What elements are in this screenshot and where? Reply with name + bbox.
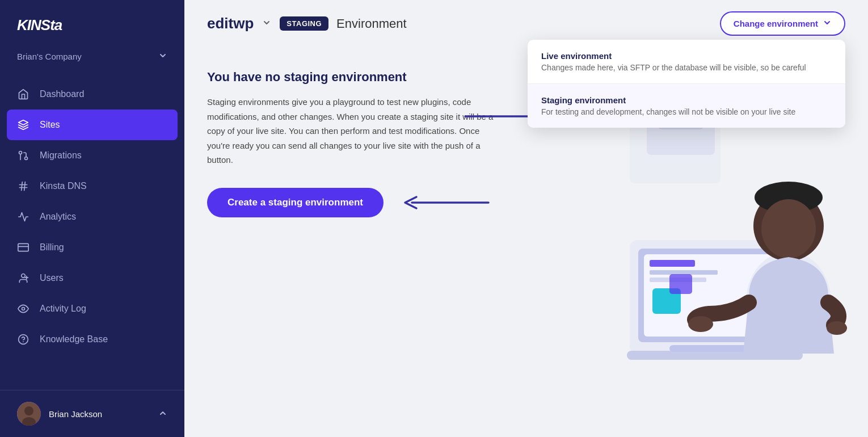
sidebar-item-label: Kinsta DNS — [40, 181, 87, 191]
sidebar-item-knowledge-base[interactable]: Knowledge Base — [0, 324, 184, 355]
user-plus-icon — [17, 272, 30, 284]
create-staging-label: Create a staging environment — [227, 197, 363, 208]
sidebar-item-billing[interactable]: Billing — [0, 232, 184, 263]
company-selector[interactable]: Brian's Company — [0, 45, 184, 73]
no-staging-description: Staging environments give you a playgrou… — [207, 95, 496, 167]
home-icon — [17, 88, 30, 100]
user-info[interactable]: Brian Jackson — [17, 402, 102, 426]
sidebar-item-label: Users — [40, 273, 64, 283]
svg-line-7 — [24, 182, 26, 191]
sidebar-nav: Dashboard Sites Migrations Kinsta DNS — [0, 73, 184, 390]
sidebar-footer: Brian Jackson — [0, 390, 184, 437]
sidebar-item-label: Migrations — [40, 150, 82, 161]
eye-icon — [17, 302, 30, 315]
sidebar-item-dashboard[interactable]: Dashboard — [0, 79, 184, 110]
svg-rect-27 — [650, 260, 695, 267]
site-dropdown-icon[interactable] — [262, 18, 272, 30]
main-content: editwp STAGING Environment Change enviro… — [184, 0, 868, 437]
sidebar-item-users[interactable]: Users — [0, 263, 184, 293]
credit-icon — [17, 241, 30, 254]
sidebar-item-label: Knowledge Base — [40, 334, 108, 344]
svg-rect-31 — [669, 274, 692, 294]
dropdown-item-staging-title: Staging environment — [541, 95, 832, 105]
arrow-left-icon — [401, 192, 491, 213]
logo-text: KINSta — [17, 16, 167, 34]
avatar — [17, 402, 41, 426]
dropdown-item-live-desc: Changes made here, via SFTP or the datab… — [541, 63, 832, 72]
svg-point-39 — [827, 321, 847, 335]
sidebar-item-label: Billing — [40, 242, 64, 253]
sidebar-item-migrations[interactable]: Migrations — [0, 140, 184, 171]
company-name: Brian's Company — [17, 52, 82, 61]
svg-point-37 — [761, 199, 816, 258]
sidebar-item-kinsta-dns[interactable]: Kinsta DNS — [0, 171, 184, 201]
environment-dropdown: Live environment Changes made here, via … — [528, 40, 845, 128]
chart-icon — [17, 211, 30, 223]
change-environment-label: Change environment — [734, 19, 818, 28]
company-chevron-down-icon — [158, 51, 167, 62]
git-icon — [17, 149, 30, 162]
sidebar-item-label: Activity Log — [40, 304, 86, 314]
svg-point-38 — [688, 316, 713, 332]
site-name: editwp — [207, 15, 254, 32]
sidebar-item-activity-log[interactable]: Activity Log — [0, 293, 184, 324]
sidebar-item-label: Dashboard — [40, 89, 84, 99]
svg-point-10 — [22, 274, 26, 278]
change-environment-button[interactable]: Change environment — [720, 11, 845, 36]
svg-marker-0 — [19, 120, 28, 125]
svg-rect-8 — [18, 243, 28, 251]
sidebar-item-sites[interactable]: Sites — [7, 110, 178, 140]
sidebar-item-label: Analytics — [40, 212, 76, 222]
environment-badge: STAGING — [280, 16, 328, 31]
sidebar-item-label: Sites — [40, 120, 60, 130]
header-left: editwp STAGING Environment — [207, 15, 407, 32]
user-chevron-up-icon[interactable] — [158, 409, 167, 419]
dropdown-item-staging[interactable]: Staging environment For testing and deve… — [528, 84, 845, 128]
sidebar-logo: KINSta — [0, 0, 184, 45]
sidebar-item-analytics[interactable]: Analytics — [0, 201, 184, 232]
dropdown-item-live-title: Live environment — [541, 51, 832, 61]
svg-point-17 — [24, 406, 33, 415]
user-name: Brian Jackson — [49, 409, 102, 419]
layers-icon — [17, 119, 30, 131]
chevron-down-icon — [823, 18, 832, 29]
environment-label: Environment — [336, 16, 407, 31]
create-staging-button[interactable]: Create a staging environment — [207, 188, 384, 217]
dns-icon — [17, 180, 30, 192]
svg-line-6 — [22, 182, 23, 191]
sidebar: KINSta Brian's Company Dashboard Sites — [0, 0, 184, 437]
svg-point-13 — [22, 308, 25, 310]
svg-rect-28 — [650, 270, 718, 275]
help-icon — [17, 333, 30, 346]
dropdown-item-staging-desc: For testing and development, changes wil… — [541, 107, 832, 116]
dropdown-item-live[interactable]: Live environment Changes made here, via … — [528, 40, 845, 84]
